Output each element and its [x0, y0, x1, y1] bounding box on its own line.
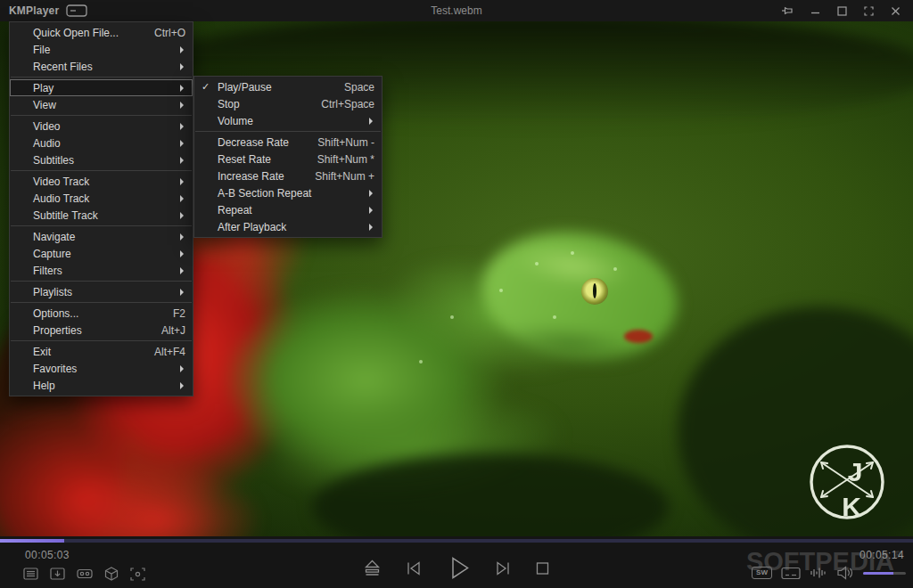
menu-item-audio[interactable]: Audio	[10, 135, 193, 151]
menu-item-play-pause[interactable]: ✓Play/PauseSpace	[194, 78, 382, 95]
menu-item-label: Quick Open File...	[33, 27, 154, 39]
menu-item-options[interactable]: Options...F2	[10, 305, 193, 322]
menu-separator	[195, 131, 381, 132]
play-button[interactable]	[445, 554, 473, 582]
menu-item-properties[interactable]: PropertiesAlt+J	[10, 322, 193, 339]
menu-item-capture[interactable]: Capture	[10, 245, 193, 262]
submenu-arrow-icon	[369, 118, 373, 125]
transport-controls	[363, 554, 551, 582]
menu-item-volume[interactable]: Volume	[194, 112, 382, 129]
submenu-arrow-icon	[180, 102, 184, 109]
menu-item-increase-rate[interactable]: Increase RateShift+Num +	[194, 167, 382, 184]
minimize-button[interactable]	[810, 6, 820, 16]
maximize-button[interactable]	[837, 6, 847, 16]
menu-item-navigate[interactable]: Navigate	[10, 228, 193, 245]
submenu-arrow-icon	[180, 212, 184, 219]
right-controls: SW	[752, 566, 906, 580]
volume-fill	[863, 572, 893, 575]
menu-item-video[interactable]: Video	[10, 118, 193, 135]
3d-cube-icon[interactable]	[104, 567, 119, 581]
menu-item-label: Decrease Rate	[218, 136, 317, 149]
stop-button[interactable]	[535, 560, 551, 576]
submenu-arrow-icon	[180, 140, 184, 147]
total-time: 00:05:14	[860, 549, 904, 561]
menu-item-label: Help	[33, 380, 180, 392]
submenu-arrow-icon	[180, 85, 184, 92]
app-menu-badge-icon[interactable]	[66, 4, 87, 17]
menu-item-label: After Playback	[218, 221, 369, 233]
menu-item-label: Reset Rate	[218, 153, 317, 166]
menu-item-label: Audio	[33, 137, 180, 150]
eject-button[interactable]	[363, 559, 382, 577]
app-logo-text: KMPlayer	[9, 4, 59, 17]
menu-item-label: A-B Section Repeat	[218, 187, 369, 200]
menu-item-label: Properties	[33, 324, 161, 337]
menu-separator	[11, 340, 192, 341]
next-button[interactable]	[494, 559, 514, 577]
subtitles-toggle-icon[interactable]	[781, 567, 801, 580]
speaker-icon[interactable]	[836, 566, 854, 580]
menu-separator	[11, 302, 192, 303]
menu-item-filters[interactable]: Filters	[10, 262, 193, 279]
menu-item-label: Favorites	[33, 363, 180, 375]
left-controls	[23, 567, 145, 581]
menu-item-label: Capture	[33, 248, 180, 260]
window-controls	[781, 5, 901, 16]
menu-item-reset-rate[interactable]: Reset RateShift+Num *	[194, 151, 382, 167]
submenu-arrow-icon	[180, 195, 184, 202]
jk-monogram-logo: J K	[806, 441, 888, 523]
menu-shortcut: Ctrl+Space	[321, 98, 374, 110]
volume-slider[interactable]	[863, 572, 906, 575]
fullscreen-button[interactable]	[864, 6, 874, 16]
menu-item-label: Audio Track	[33, 192, 180, 205]
menu-item-subtitle-track[interactable]: Subtitle Track	[10, 207, 193, 224]
menu-item-subtitles[interactable]: Subtitles	[10, 151, 193, 168]
pin-icon[interactable]	[781, 5, 794, 16]
playlist-icon[interactable]	[23, 568, 38, 580]
menu-shortcut: Shift+Num -	[317, 136, 374, 149]
submenu-arrow-icon	[180, 123, 184, 130]
submenu-arrow-icon	[180, 46, 184, 53]
main-menu: Quick Open File...Ctrl+OFileRecent Files…	[9, 21, 193, 396]
menu-item-favorites[interactable]: Favorites	[10, 360, 193, 377]
decoder-badge[interactable]: SW	[752, 567, 772, 579]
menu-item-label: Options...	[33, 307, 173, 320]
submenu-arrow-icon	[180, 157, 184, 164]
equalizer-icon[interactable]	[810, 567, 827, 579]
menu-item-stop[interactable]: StopCtrl+Space	[194, 95, 382, 112]
menu-shortcut: Ctrl+O	[154, 27, 185, 39]
menu-separator	[11, 281, 192, 282]
titlebar: KMPlayer Test.webm	[0, 0, 913, 21]
menu-item-help[interactable]: Help	[10, 377, 193, 394]
menu-item-exit[interactable]: ExitAlt+F4	[10, 343, 193, 360]
vr-mode-icon[interactable]	[77, 568, 93, 580]
menu-item-view[interactable]: View	[10, 96, 193, 113]
menu-shortcut: Alt+F4	[154, 346, 185, 358]
menu-item-play[interactable]: Play	[10, 79, 193, 96]
menu-item-repeat[interactable]: Repeat	[194, 201, 382, 218]
menu-item-label: Recent Files	[33, 61, 180, 73]
close-button[interactable]	[891, 6, 901, 16]
open-file-icon[interactable]	[50, 568, 65, 580]
menu-item-decrease-rate[interactable]: Decrease RateShift+Num -	[194, 134, 382, 151]
monogram-letter-bottom: K	[842, 492, 861, 521]
menu-item-video-track[interactable]: Video Track	[10, 173, 193, 190]
snapshot-icon[interactable]	[130, 568, 145, 581]
menu-item-after-playback[interactable]: After Playback	[194, 218, 382, 235]
menu-item-a-b-section-repeat[interactable]: A-B Section Repeat	[194, 184, 382, 201]
menu-item-label: Exit	[33, 346, 154, 358]
monogram-letter-top: J	[848, 457, 863, 486]
menu-separator	[11, 225, 192, 226]
menu-item-label: Subtitles	[33, 154, 180, 167]
menu-item-file[interactable]: File	[10, 41, 193, 58]
submenu-arrow-icon	[180, 250, 184, 257]
submenu-arrow-icon	[369, 207, 373, 214]
menu-item-playlists[interactable]: Playlists	[10, 283, 193, 300]
menu-item-quick-open-file[interactable]: Quick Open File...Ctrl+O	[10, 24, 193, 41]
previous-button[interactable]	[404, 559, 424, 577]
menu-separator	[11, 115, 192, 116]
menu-shortcut: Alt+J	[161, 324, 185, 337]
menu-item-audio-track[interactable]: Audio Track	[10, 190, 193, 207]
menu-item-recent-files[interactable]: Recent Files	[10, 58, 193, 75]
submenu-arrow-icon	[180, 382, 184, 389]
